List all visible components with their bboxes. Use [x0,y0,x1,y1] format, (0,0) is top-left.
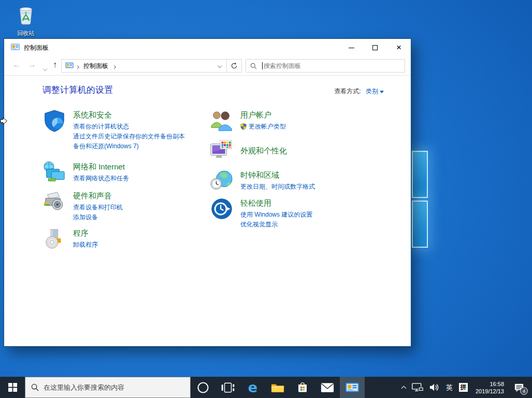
category-title-link[interactable]: 程序 [73,228,89,238]
text-caret [262,62,263,69]
breadcrumb-chevron-icon [113,61,116,70]
task-link[interactable]: 通过文件历史记录保存你的文件备份副本 [73,132,185,141]
category-user-accounts: 用户帐户 更改帐户类型 [210,109,386,133]
hardware-sound-icon[interactable] [42,190,66,214]
forward-button[interactable]: → [28,60,36,69]
task-link[interactable]: 查看你的计算机状态 [73,122,185,132]
task-link[interactable]: 优化视觉显示 [240,220,312,230]
taskbar-clock[interactable]: 16:58 2019/12/13 [471,380,509,395]
file-explorer-button[interactable] [265,377,290,398]
breadcrumb-control-panel[interactable]: 控制面板 [83,62,108,70]
wallpaper-windows-logo-top-pane [412,151,428,198]
language-indicator[interactable]: 英 [443,377,456,398]
edge-button[interactable]: e [240,377,265,398]
task-link[interactable]: 查看设备和打印机 [73,203,123,212]
category-title-link[interactable]: 时钟和区域 [240,170,279,180]
notification-badge: 4 [520,387,528,395]
refresh-icon [231,62,238,69]
task-link[interactable]: 查看网络状态和任务 [73,174,129,183]
task-link[interactable]: 卸载程序 [73,240,98,250]
volume-tray-button[interactable] [426,377,443,398]
start-button[interactable] [0,377,25,398]
category-title-link[interactable]: 硬件和声音 [73,191,112,201]
category-network-internet: 网络和 Internet 查看网络状态和任务 [42,161,203,184]
action-center-button[interactable]: 4 [509,377,529,398]
chevron-up-icon [401,386,406,391]
chevron-down-icon [218,64,222,68]
category-hardware-sound: 硬件和声音 查看设备和打印机 添加设备 [42,190,203,222]
mouse-cursor [0,117,8,125]
search-icon [31,383,39,391]
task-link[interactable]: 使用 Windows 建议的设置 [240,210,312,220]
window-title: 控制面板 [24,44,339,52]
appearance-personalization-icon[interactable] [210,139,234,163]
minimize-button[interactable] [339,39,363,56]
task-link[interactable]: 备份和还原(Windows 7) [73,141,185,151]
category-clock-region: 时钟和区域 更改日期、时间或数字格式 [210,169,386,193]
wallpaper-windows-logo-bottom-pane [412,201,428,248]
category-programs: 程序 卸载程序 [42,227,203,251]
categories-right-column: 用户帐户 更改帐户类型 [210,109,386,230]
up-button[interactable]: ↑ [53,60,57,69]
category-system-security: 系统和安全 查看你的计算机状态 通过文件历史记录保存你的文件备份副本 备份和还原… [42,109,203,151]
category-title-link[interactable]: 外观和个性化 [240,146,287,156]
categories-left-column: 系统和安全 查看你的计算机状态 通过文件历史记录保存你的文件备份副本 备份和还原… [42,109,203,251]
breadcrumb-control-panel-icon [65,61,74,70]
taskbar-search[interactable] [25,377,191,398]
refresh-button[interactable] [226,59,242,73]
address-bar[interactable]: 控制面板 [61,59,227,73]
task-link-with-uac[interactable]: 更改帐户类型 [240,122,286,133]
control-panel-icon [346,382,359,392]
view-by-value-link[interactable]: 类别 [366,88,378,95]
task-view-button[interactable] [215,377,240,398]
minimize-icon [349,48,354,48]
microsoft-store-button[interactable] [290,377,315,398]
control-panel-search[interactable] [246,59,405,73]
mail-icon [321,382,334,393]
programs-icon[interactable] [42,227,66,251]
chevron-down-icon[interactable] [380,91,384,93]
control-panel-taskbar-button[interactable] [340,377,365,398]
system-security-icon[interactable] [42,109,66,133]
recycle-bin-desktop-icon[interactable]: 回收站 [8,4,44,37]
category-title-link[interactable]: 轻松使用 [240,198,271,208]
network-internet-icon[interactable] [42,161,66,184]
user-accounts-icon[interactable] [210,109,234,133]
navigation-bar: ← → ↑ 控制面板 [4,56,411,76]
cortana-icon [197,381,209,394]
ease-of-access-icon[interactable] [210,197,234,221]
chevron-down-icon [43,67,47,71]
task-link[interactable]: 更改日期、时间或数字格式 [240,182,315,192]
taskbar-search-input[interactable] [44,383,184,391]
close-button[interactable]: × [387,39,411,56]
cortana-button[interactable] [191,377,215,398]
file-explorer-icon [271,382,284,393]
search-input[interactable] [264,62,400,69]
edge-icon: e [248,379,257,395]
task-view-icon [221,382,235,393]
recent-pages-dropdown[interactable] [44,63,47,73]
clock-region-icon[interactable] [210,169,234,193]
maximize-icon [372,45,378,50]
category-title-link[interactable]: 系统和安全 [73,110,112,120]
close-icon: × [396,45,401,50]
network-tray-button[interactable] [409,377,426,398]
uac-shield-icon [240,124,247,132]
category-ease-of-access: 轻松使用 使用 Windows 建议的设置 优化视觉显示 [210,197,386,230]
maximize-button[interactable] [363,39,387,56]
search-icon [250,63,257,69]
back-button[interactable]: ← [12,60,21,69]
microsoft-store-icon [296,381,309,394]
address-dropdown-button[interactable] [213,60,226,72]
view-by-control: 查看方式: 类别 [334,87,384,96]
control-panel-window: 控制面板 × ← → ↑ 控制面板 [4,39,411,346]
category-title-link[interactable]: 用户帐户 [240,110,271,120]
window-titlebar[interactable]: 控制面板 × [4,39,411,56]
ime-mode-button[interactable]: 拼 [456,377,471,398]
tray-overflow-button[interactable] [399,377,409,398]
ime-mode-indicator: 拼 [459,383,468,392]
category-title-link[interactable]: 网络和 Internet [73,162,125,172]
mail-button[interactable] [315,377,340,398]
task-link[interactable]: 添加设备 [73,212,123,222]
system-tray: 英 拼 16:58 2019/12/13 4 [399,377,532,398]
